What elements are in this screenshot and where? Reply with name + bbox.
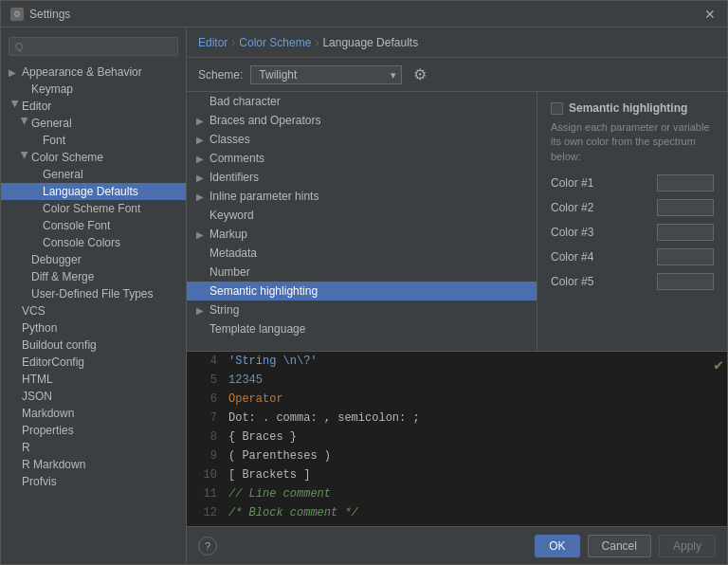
gear-button[interactable]: ⚙ xyxy=(410,65,430,83)
list-item-comments[interactable]: ▶ Comments xyxy=(187,149,537,168)
sidebar-item-label: Profvis xyxy=(22,475,57,488)
settings-icon: ⚙ xyxy=(10,8,24,21)
line-number: 12 xyxy=(194,503,217,522)
sidebar-item-label: Font xyxy=(43,134,65,147)
code-content: // Line comment xyxy=(228,484,331,503)
close-button[interactable]: ✕ xyxy=(702,7,718,22)
line-number: 10 xyxy=(194,465,217,484)
list-item-keyword[interactable]: Keyword xyxy=(187,206,537,225)
color-row-5: Color #5 xyxy=(551,272,714,291)
sidebar-item-label: General xyxy=(43,168,83,181)
breadcrumb-editor[interactable]: Editor xyxy=(198,36,228,49)
list-item-classes[interactable]: ▶ Classes xyxy=(187,130,537,149)
sidebar-item-markdown[interactable]: Markdown xyxy=(1,405,186,422)
breadcrumb-colorscheme[interactable]: Color Scheme xyxy=(239,36,311,49)
scheme-select[interactable]: Twilight xyxy=(250,65,402,84)
semantic-description: Assign each parameter or variableits own… xyxy=(551,120,714,164)
color-label-2: Color #2 xyxy=(551,201,593,214)
cancel-button[interactable]: Cancel xyxy=(588,535,651,557)
color-swatch-2[interactable] xyxy=(657,199,714,216)
arrow-icon: ▶ xyxy=(196,135,209,145)
list-item-metadata[interactable]: Metadata xyxy=(187,244,537,263)
list-item-string[interactable]: ▶ String xyxy=(187,301,537,319)
sidebar-item-json[interactable]: JSON xyxy=(1,388,186,405)
sidebar: ▶ Appearance & Behavior Keymap ▶ Editor … xyxy=(1,27,187,564)
sidebar-item-r[interactable]: R xyxy=(1,439,186,456)
line-number: 9 xyxy=(194,447,217,465)
arrow-icon: ▶ xyxy=(196,229,209,240)
list-item-identifiers[interactable]: ▶ Identifiers xyxy=(187,168,537,187)
sidebar-item-language-defaults[interactable]: Language Defaults xyxy=(1,183,186,200)
preview-line-8: 8 { Braces } xyxy=(187,428,727,447)
sidebar-item-html[interactable]: HTML xyxy=(1,371,186,388)
sidebar-item-label: VCS xyxy=(22,304,46,318)
arrow-icon: ▶ xyxy=(9,67,22,78)
sidebar-item-cs-general[interactable]: General xyxy=(1,166,186,183)
color-row-3: Color #3 xyxy=(551,223,714,242)
sidebar-item-keymap[interactable]: Keymap xyxy=(1,81,186,98)
sidebar-item-vcs[interactable]: VCS xyxy=(1,302,186,319)
sidebar-item-label: R Markdown xyxy=(22,458,85,471)
sidebar-item-label: Debugger xyxy=(31,253,82,266)
sidebar-item-buildout[interactable]: Buildout config xyxy=(1,337,186,354)
list-item-label: Semantic highlighting xyxy=(209,284,318,298)
list-item-semantic[interactable]: Semantic highlighting xyxy=(187,282,537,301)
list-item-inline-hints[interactable]: ▶ Inline parameter hints xyxy=(187,187,537,206)
line-number: 5 xyxy=(194,371,217,390)
sidebar-item-label: Markdown xyxy=(22,407,74,420)
sidebar-item-python[interactable]: Python xyxy=(1,319,186,337)
title-bar-left: ⚙ Settings xyxy=(10,8,70,21)
apply-button[interactable]: Apply xyxy=(659,535,716,557)
preview-line-13: 13 :Label xyxy=(187,522,727,526)
sidebar-item-editorconfig[interactable]: EditorConfig xyxy=(1,354,186,371)
sidebar-item-properties[interactable]: Properties xyxy=(1,422,186,439)
sidebar-item-profvis[interactable]: Profvis xyxy=(1,473,186,490)
list-item-template-lang[interactable]: Template language xyxy=(187,319,537,338)
list-item-label: Keyword xyxy=(209,209,254,222)
sidebar-item-label: Buildout config xyxy=(22,338,97,352)
sidebar-item-editor[interactable]: ▶ Editor xyxy=(1,98,186,115)
list-item-markup[interactable]: ▶ Markup xyxy=(187,225,537,244)
color-row-2: Color #2 xyxy=(551,198,714,217)
title-bar: ⚙ Settings ✕ xyxy=(1,1,727,27)
search-box xyxy=(1,33,186,60)
sidebar-item-label: HTML xyxy=(22,373,53,386)
sidebar-item-cs-font[interactable]: Color Scheme Font xyxy=(1,200,186,217)
sidebar-item-console-colors[interactable]: Console Colors xyxy=(1,234,186,251)
sidebar-item-debugger[interactable]: Debugger xyxy=(1,251,186,268)
arrow-icon: ▶ xyxy=(196,116,209,126)
line-number: 7 xyxy=(194,409,217,428)
color-swatch-4[interactable] xyxy=(657,248,714,265)
semantic-header: Semantic highlighting xyxy=(551,101,714,115)
list-item-number[interactable]: Number xyxy=(187,263,537,282)
list-item-braces-ops[interactable]: ▶ Braces and Operators xyxy=(187,111,537,130)
sidebar-item-rmarkdown[interactable]: R Markdown xyxy=(1,456,186,473)
sidebar-item-label: Editor xyxy=(22,100,51,113)
color-swatch-5[interactable] xyxy=(657,273,714,290)
sidebar-item-console-font[interactable]: Console Font xyxy=(1,217,186,234)
sidebar-item-user-defined[interactable]: User-Defined File Types xyxy=(1,285,186,302)
sidebar-item-appearance[interactable]: ▶ Appearance & Behavior xyxy=(1,64,186,81)
code-content: Dot: . comma: , semicolon: ; xyxy=(228,409,420,428)
help-button[interactable]: ? xyxy=(198,537,217,556)
arrow-icon: ▶ xyxy=(196,173,209,183)
semantic-checkbox[interactable] xyxy=(551,102,563,115)
color-swatch-1[interactable] xyxy=(657,174,714,191)
code-content: { Braces } xyxy=(228,428,297,447)
sidebar-item-diff[interactable]: Diff & Merge xyxy=(1,268,186,285)
sidebar-item-colorscheme[interactable]: ▶ Color Scheme xyxy=(1,149,186,166)
preview-line-9: 9 ( Parentheses ) xyxy=(187,447,727,465)
search-input[interactable] xyxy=(9,37,178,56)
color-row-1: Color #1 xyxy=(551,173,714,192)
sidebar-item-font[interactable]: Font xyxy=(1,132,186,149)
list-item-label: Identifiers xyxy=(209,171,259,184)
sidebar-item-label: Color Scheme Font xyxy=(43,202,140,215)
color-swatch-3[interactable] xyxy=(657,224,714,241)
list-item-label: Template language xyxy=(209,322,305,336)
sidebar-item-label: R xyxy=(22,441,30,454)
list-item-bad-char[interactable]: Bad character xyxy=(187,92,537,111)
sidebar-item-label: User-Defined File Types xyxy=(31,287,154,301)
sidebar-item-general[interactable]: ▶ General xyxy=(1,115,186,132)
sidebar-item-label: Keymap xyxy=(31,82,73,96)
ok-button[interactable]: OK xyxy=(535,535,579,557)
